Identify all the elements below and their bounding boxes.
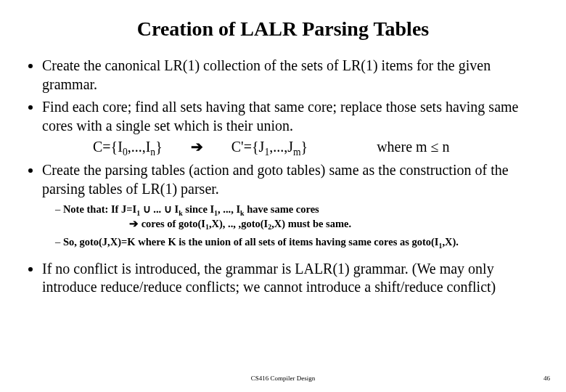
eq-c-subn: n [150, 147, 155, 158]
bullet-3: Create the parsing tables (action and go… [42, 161, 546, 250]
equation-line: C={I0,...,In} ➔ C'={J1,...,Jm} where m ≤… [93, 138, 546, 157]
note-line: Note that: If J=I1 ∪ ... ∪ Ik since I1, … [55, 203, 546, 217]
note-sk: k [179, 209, 182, 217]
bullet-2-text: Find each core; find all sets having tha… [42, 99, 518, 134]
arrow-icon: ➔ [191, 139, 203, 155]
note-lead: Note that: If J=I [63, 203, 136, 215]
cores-a: cores of goto(I [139, 218, 205, 229]
eq-c: C={I [93, 139, 123, 155]
so-b: ,X). [442, 236, 459, 248]
note-cup: ∪ ... ∪ I [140, 203, 179, 215]
cores-c: ,X) must be same. [271, 218, 351, 229]
note-skb: k [240, 209, 244, 217]
cores-sa: 1 [205, 223, 209, 231]
note-s1b: 1 [214, 209, 218, 217]
bullet-list-2: If no conflict is introduced, the gramma… [20, 260, 546, 297]
note-tail: have same cores [245, 203, 319, 215]
so-s1: 1 [439, 242, 443, 250]
bullet-3-text: Create the parsing tables (action and go… [42, 162, 509, 197]
footer-text: CS416 Compiler Design [0, 375, 566, 382]
bullet-list: Create the canonical LR(1) collection of… [20, 57, 546, 250]
so-a: So, goto(J,X)=K where K is the union of … [63, 236, 439, 248]
cores-line: ➔ cores of goto(I1,X), .., ,goto(I2,X) m… [129, 217, 546, 232]
eq-c-close: } [155, 139, 163, 155]
eq-c-sub0: 0 [123, 147, 128, 158]
arrow-icon: ➔ [129, 218, 139, 229]
eq-cp-subm: m [293, 147, 301, 158]
note-s1: 1 [136, 209, 140, 217]
eq-cp: C'={J [231, 139, 265, 155]
eq-where: where m ≤ n [377, 139, 449, 155]
slide-title: Creation of LALR Parsing Tables [20, 17, 546, 41]
eq-cp-close: } [301, 139, 308, 155]
note-since: since I [183, 203, 215, 215]
cores-b: ,X), .., ,goto(I [209, 218, 268, 229]
so-line: So, goto(J,X)=K where K is the union of … [55, 235, 546, 250]
bullet-1: Create the canonical LR(1) collection of… [42, 57, 546, 94]
cores-sb: 2 [268, 223, 271, 231]
bullet-4: If no conflict is introduced, the gramma… [42, 260, 546, 297]
eq-cp-mid: ,...,J [269, 139, 293, 155]
sub-list-2: So, goto(J,X)=K where K is the union of … [42, 235, 546, 250]
sub-list: Note that: If J=I1 ∪ ... ∪ Ik since I1, … [42, 203, 546, 217]
eq-cp-sub1: 1 [264, 147, 269, 158]
note-dots: , ..., I [218, 203, 240, 215]
bullet-2: Find each core; find all sets having tha… [42, 98, 546, 157]
page-number: 46 [544, 375, 550, 382]
slide: Creation of LALR Parsing Tables Create t… [0, 0, 566, 392]
eq-c-mid: ,...,I [128, 139, 151, 155]
